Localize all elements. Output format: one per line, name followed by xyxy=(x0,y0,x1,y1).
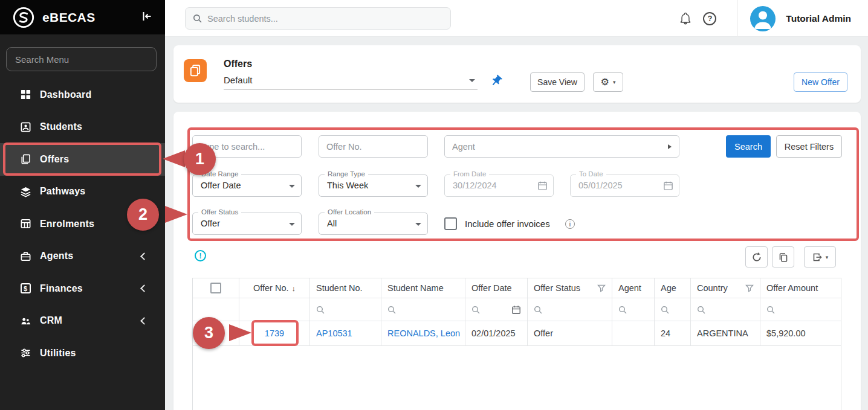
student-name-link[interactable]: REONALDS, Leon xyxy=(387,328,460,338)
pin-view-icon[interactable] xyxy=(490,74,503,90)
column-header-student-no[interactable]: Student No. xyxy=(310,278,381,298)
agent-field xyxy=(444,135,679,158)
copy-button[interactable] xyxy=(772,246,794,267)
filter-cell-offer-amount[interactable] xyxy=(760,298,841,321)
filter-funnel-icon[interactable] xyxy=(745,284,754,292)
notifications-bell-icon[interactable] xyxy=(673,12,698,25)
filter-cell-country[interactable] xyxy=(691,298,760,321)
save-view-button[interactable]: Save View xyxy=(530,72,585,92)
cell-age: 24 xyxy=(655,321,691,346)
chevron-down-icon xyxy=(415,223,421,226)
pathways-icon xyxy=(19,185,31,197)
utilities-icon xyxy=(19,347,31,359)
user-name[interactable]: Tutorial Admin xyxy=(786,13,851,24)
refresh-button[interactable] xyxy=(745,246,768,267)
chevron-left-icon xyxy=(140,252,148,260)
quick-search-input[interactable] xyxy=(200,142,294,152)
cell-country: ARGENTINA xyxy=(691,321,760,346)
agent-header-label: Agent xyxy=(618,283,641,293)
student-no-link[interactable]: AP10531 xyxy=(316,328,352,338)
column-header-offer-date[interactable]: Offer Date xyxy=(465,278,528,298)
from-date-field[interactable]: From Date 30/12/2024 xyxy=(444,175,554,197)
sidebar-item-crm[interactable]: CRM xyxy=(0,305,165,338)
search-icon xyxy=(766,306,775,314)
offer-no-link[interactable]: 1739 xyxy=(265,328,284,338)
offer-location-select[interactable]: Offer Location All xyxy=(319,213,428,235)
from-date-value: 30/12/2024 xyxy=(453,175,497,196)
search-icon xyxy=(316,306,325,314)
search-button[interactable]: Search xyxy=(726,135,771,158)
new-offer-button[interactable]: New Offer xyxy=(794,72,847,92)
user-avatar[interactable] xyxy=(750,6,776,31)
chevron-down-icon xyxy=(469,79,475,82)
topbar-divider xyxy=(737,0,738,37)
search-icon xyxy=(618,306,627,314)
column-header-age[interactable]: Age xyxy=(655,278,691,298)
column-header-offer-amount[interactable]: Offer Amount xyxy=(760,278,841,298)
reset-filters-button[interactable]: Reset Filters xyxy=(776,135,842,158)
offer-status-select[interactable]: Offer Status Offer xyxy=(192,213,302,235)
search-icon xyxy=(471,306,480,314)
filter-cell-offer-date[interactable] xyxy=(465,298,528,321)
chevron-right-icon xyxy=(668,144,672,149)
filter-cell-student-no[interactable] xyxy=(310,298,381,321)
app-title: eBECAS xyxy=(42,10,96,25)
export-button[interactable]: ▾ xyxy=(804,246,836,267)
offer-no-input[interactable] xyxy=(326,142,420,152)
annotation-arrow-3 xyxy=(229,324,251,341)
range-type-select[interactable]: Range Type This Week xyxy=(319,175,428,197)
annotation-step-1: 1 xyxy=(184,143,216,175)
sidebar-search-input[interactable] xyxy=(6,47,157,71)
view-select[interactable]: Default xyxy=(224,72,478,90)
sidebar-item-dashboard[interactable]: Dashboard xyxy=(0,78,165,111)
offer-no-header-label: Offer No. xyxy=(253,283,289,293)
date-range-select[interactable]: Date Range Offer Date xyxy=(192,175,302,197)
sidebar-item-finances[interactable]: $ Finances xyxy=(0,272,165,305)
copy-icon xyxy=(778,252,789,263)
select-all-checkbox[interactable] xyxy=(210,283,221,293)
sidebar-item-utilities[interactable]: Utilities xyxy=(0,337,165,370)
sidebar-item-students[interactable]: Students xyxy=(0,111,165,144)
sidebar-item-agents[interactable]: Agents xyxy=(0,240,165,273)
include-invoices-checkbox[interactable] xyxy=(444,217,457,230)
cell-student-no: AP10531 xyxy=(310,321,381,346)
country-header-label: Country xyxy=(697,283,728,293)
to-date-field[interactable]: To Date 05/01/2025 xyxy=(570,175,679,197)
column-header-offer-no[interactable]: Offer No. ↓ xyxy=(239,278,310,298)
column-header-student-name[interactable]: Student Name xyxy=(381,278,465,298)
alert-info-icon[interactable]: ! xyxy=(195,250,206,261)
sidebar-search xyxy=(6,47,157,71)
sidebar-item-label: Enrolments xyxy=(40,219,94,229)
calendar-icon xyxy=(663,181,673,193)
topbar-right: ? Tutorial Admin xyxy=(673,0,868,37)
column-header-agent[interactable]: Agent xyxy=(612,278,655,298)
filter-cell-student-name[interactable] xyxy=(381,298,465,321)
offers-table: Offer No. ↓ Student No. Student Name Off… xyxy=(192,278,841,410)
help-icon[interactable]: ? xyxy=(698,12,722,25)
dashboard-icon xyxy=(19,89,31,101)
view-settings-button[interactable]: ⚙ ▾ xyxy=(593,72,623,92)
calendar-icon[interactable] xyxy=(511,305,521,315)
chevron-down-icon xyxy=(289,185,295,188)
column-header-country[interactable]: Country xyxy=(691,278,760,298)
sidebar-collapse-icon[interactable] xyxy=(141,10,153,25)
chevron-down-icon xyxy=(415,185,421,188)
filter-cell-age[interactable] xyxy=(655,298,691,321)
student-no-header-label: Student No. xyxy=(316,283,363,293)
annotation-step-3: 3 xyxy=(193,317,225,349)
include-invoices-label: Include offer invoices xyxy=(465,213,550,235)
info-icon[interactable]: i xyxy=(565,219,575,229)
column-header-offer-status[interactable]: Offer Status xyxy=(528,278,612,298)
table-header-row: Offer No. ↓ Student No. Student Name Off… xyxy=(193,278,841,298)
date-range-value: Offer Date xyxy=(201,175,241,196)
agent-input[interactable] xyxy=(452,142,672,152)
ebecas-logo-icon xyxy=(12,6,35,29)
student-search-input[interactable] xyxy=(207,14,443,24)
filter-cell-agent[interactable] xyxy=(612,298,655,321)
filter-cell-offer-status[interactable] xyxy=(528,298,612,321)
filter-funnel-icon[interactable] xyxy=(597,284,606,292)
search-icon xyxy=(387,306,396,314)
filter-cell-offer-no[interactable] xyxy=(239,298,310,321)
table-row[interactable]: 1739 AP10531 REONALDS, Leon 02/01/2025 O… xyxy=(193,321,841,346)
sidebar-item-offers[interactable]: Offers xyxy=(0,143,165,176)
